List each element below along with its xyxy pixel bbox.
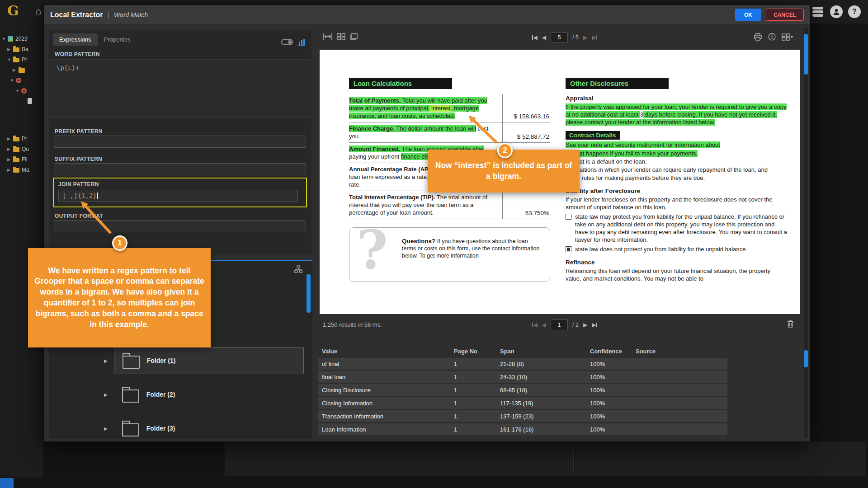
expressions-tabrow: Expressions Properties <box>53 33 308 46</box>
column-header-value[interactable]: Value <box>318 348 454 355</box>
tree-item[interactable]: ▼ <box>0 85 43 96</box>
doc-miniheader: Contract Details <box>566 131 787 139</box>
result-row[interactable]: final loan124-33 (10)100% <box>318 371 727 383</box>
expand-icon[interactable]: ▶ <box>104 358 108 363</box>
doc-text-segment: Annual Percentage Rate (APR). <box>349 166 436 173</box>
tree-item[interactable]: ▶Fil <box>0 154 43 164</box>
toggle-icon[interactable] <box>281 39 293 45</box>
last-results-page-button[interactable]: ▶ <box>592 322 598 328</box>
tree-item[interactable]: ▼2023 <box>0 33 43 44</box>
regex-token: + <box>75 64 79 71</box>
ok-button[interactable]: OK <box>735 9 761 21</box>
expand-icon[interactable]: ▶ <box>7 47 12 52</box>
regex-token: \p <box>57 64 64 71</box>
loan-calculations-header: Loan Calculations <box>349 78 452 89</box>
folder-item[interactable]: ▶Folder (1) <box>49 347 312 375</box>
tree-item-label: Ma <box>22 167 29 173</box>
folder-icon <box>13 58 19 62</box>
home-icon[interactable]: ⌂ <box>35 5 41 17</box>
column-header-span[interactable]: Span <box>500 348 590 355</box>
tree-item-label: Pr <box>22 136 27 142</box>
page-number-input[interactable]: 5 <box>551 32 568 43</box>
result-row[interactable]: Closing Information1117-135 (19)100% <box>318 397 727 409</box>
fit-width-icon[interactable] <box>323 33 333 40</box>
results-page-input[interactable]: 1 <box>551 319 568 330</box>
expand-icon[interactable]: ▶ <box>104 426 108 431</box>
tree-item[interactable]: ▶Pr <box>0 133 43 144</box>
grooper-logo-icon[interactable]: G <box>7 3 19 19</box>
doc-text-segment: the rules for making payments before the… <box>572 174 705 181</box>
print-icon[interactable] <box>754 33 762 41</box>
folder-item[interactable]: ▶Folder (2) <box>49 380 312 408</box>
folder-icon <box>13 147 19 152</box>
hierarchy-icon[interactable] <box>294 265 302 273</box>
folder-icon <box>19 68 25 73</box>
tree-item[interactable]: ▶Ba <box>0 44 43 54</box>
user-icon[interactable] <box>830 5 843 18</box>
view-options-icon[interactable]: ▾ <box>782 33 793 41</box>
next-page-button[interactable]: ▶ <box>583 34 587 41</box>
tab-expressions[interactable]: Expressions <box>53 33 98 46</box>
result-row[interactable]: Transaction Information1137-159 (23)100% <box>318 410 727 422</box>
expand-icon[interactable]: ▶ <box>7 136 12 141</box>
collapse-icon[interactable]: ▼ <box>7 57 12 62</box>
folder-icon <box>13 137 19 141</box>
column-header-pageno[interactable]: Page No <box>454 348 500 355</box>
suffix-pattern-input[interactable] <box>54 163 306 175</box>
pages-icon[interactable] <box>350 33 358 40</box>
thumbnail-grid-icon[interactable] <box>337 33 345 40</box>
tree-item[interactable] <box>0 96 43 106</box>
expand-icon[interactable]: ▶ <box>13 68 18 72</box>
local-extractor-dialog: Local Extractor | Word Match OK CANCEL E… <box>43 5 811 442</box>
result-row[interactable]: Loan Information1161-176 (16)100% <box>318 423 727 435</box>
help-icon[interactable]: ? <box>848 5 861 18</box>
tree-item-label: Fil <box>22 156 28 163</box>
next-results-page-button[interactable]: ▶ <box>583 322 587 328</box>
layers-icon[interactable] <box>811 6 825 18</box>
result-cell: Transaction Information <box>318 413 454 420</box>
clear-results-button[interactable] <box>787 320 794 329</box>
info-icon[interactable] <box>768 33 776 41</box>
previous-results-page-button[interactable]: ◀ <box>542 322 546 328</box>
expand-icon[interactable]: ▶ <box>7 168 12 172</box>
doc-text-segment: state law does not protect you from liab… <box>575 246 747 253</box>
word-pattern-editor[interactable]: \p{L}+ <box>49 59 311 118</box>
column-header-source[interactable]: Source <box>636 348 727 355</box>
prefix-pattern-input[interactable] <box>54 136 306 148</box>
doc-check: state law may protect you from liability… <box>566 213 787 244</box>
result-cell: 1 <box>454 400 500 407</box>
result-cell: 21-28 (8) <box>500 361 590 367</box>
result-row[interactable]: of final121-28 (8)100% <box>318 358 727 370</box>
dialog-scrollbar[interactable] <box>804 28 808 438</box>
tree-item[interactable]: ▼ <box>0 75 43 85</box>
loan-calc-value: $ 158,663.16 <box>502 94 550 122</box>
first-results-page-button[interactable]: ◀ <box>532 322 538 328</box>
tree-item[interactable]: ▶Qu <box>0 144 43 154</box>
tree-item[interactable]: ▶Ma <box>0 164 43 175</box>
result-row[interactable]: Closing Disclosure168-85 (18)100% <box>318 384 727 396</box>
collapse-icon[interactable]: ▼ <box>15 89 20 93</box>
doc-text-segment: The dollar amount the loan will <box>395 125 476 132</box>
folder-panel-scrollbar[interactable] <box>307 274 311 313</box>
tree-item[interactable]: ▶ <box>0 65 43 75</box>
doc-heading: Refinance <box>566 258 787 266</box>
cancel-button[interactable]: CANCEL <box>766 9 804 21</box>
last-page-button[interactable]: ▶ <box>592 34 598 41</box>
previous-page-button[interactable]: ◀ <box>542 34 546 41</box>
expand-icon[interactable]: ▶ <box>7 147 12 151</box>
collapse-icon[interactable]: ▼ <box>10 78 15 83</box>
tab-properties[interactable]: Properties <box>98 33 137 46</box>
expand-icon[interactable]: ▶ <box>7 157 12 162</box>
doc-text-segment: Finance Charge. <box>349 125 395 132</box>
folder-item[interactable]: ▶Folder (3) <box>49 414 312 439</box>
doc-bullet: •situations in which your lender can req… <box>566 166 787 174</box>
doc-para: If the property was appraised for your l… <box>566 103 787 126</box>
loan-calc-row: Finance Charge. The dollar amount the lo… <box>349 122 550 143</box>
column-header-confidence[interactable]: Confidence <box>590 348 636 355</box>
collapse-icon[interactable]: ▼ <box>2 37 7 41</box>
first-page-button[interactable]: ◀ <box>532 34 538 41</box>
chart-icon[interactable] <box>298 38 305 46</box>
loan-calc-row: Total Interest Percentage (TIP). The tot… <box>349 191 550 219</box>
expand-icon[interactable]: ▶ <box>104 392 108 397</box>
tree-item[interactable]: ▼Pr <box>0 54 43 65</box>
